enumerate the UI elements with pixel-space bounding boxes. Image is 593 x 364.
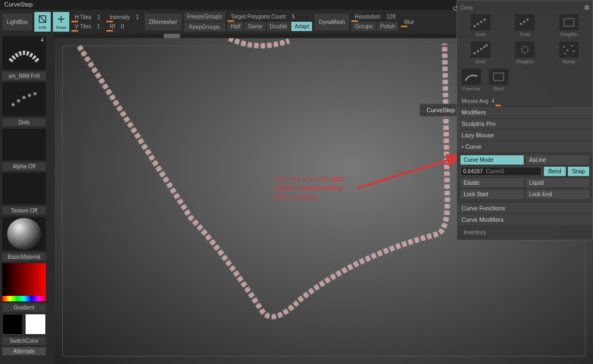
history-scrollbar[interactable] [55,34,464,38]
modifiers-section[interactable]: Modifiers [457,106,592,118]
stroke-label: Dots [2,118,46,126]
curve-functions-section[interactable]: Curve Functions [457,202,592,214]
alpha-tile[interactable] [2,129,46,160]
svg-point-17 [480,48,482,50]
svg-point-24 [573,51,574,52]
groups-button[interactable]: Groups [351,22,376,31]
texture-tile[interactable] [2,173,46,204]
color-swatch-black[interactable] [2,314,23,335]
svg-point-10 [483,19,486,21]
elastic-button[interactable]: Elastic [460,178,524,187]
svg-point-1 [11,103,15,106]
svg-point-22 [571,45,572,47]
alpha-label: Alpha Off [2,162,46,171]
brush-label: sm_IMM Frill [2,72,46,80]
inventory-label[interactable]: Inventory [457,225,592,240]
stroke-spray-button[interactable]: Spray [558,40,580,65]
draw-icon [56,14,66,25]
svg-point-8 [477,23,479,25]
intensity-slider[interactable]: Intensity 1 [106,13,142,21]
stroke-tile[interactable] [2,82,46,116]
material-ball-icon [7,218,41,250]
stroke-freehand-button[interactable]: FreeHar [460,68,482,93]
svg-point-25 [564,53,566,54]
svg-point-21 [563,46,565,48]
stroke-dragrect-button[interactable]: Dots [514,13,536,38]
edit-mode-button[interactable]: Edit [34,12,51,32]
stroke-dragdot-button[interactable]: DragDo [514,40,536,65]
svg-rect-14 [564,19,574,26]
vtiles-slider[interactable]: V Tiles 1 [71,22,104,31]
window-title: CurveStep [4,1,33,8]
lazymouse-section[interactable]: Lazy Mouse [457,129,592,141]
polish-button[interactable]: Polish [377,22,398,31]
curve-modifiers-section[interactable]: Curve Modifiers [457,214,592,225]
snap-button[interactable]: Snap [568,167,589,176]
svg-point-18 [483,46,486,48]
stroke-dots2-button[interactable]: Dots [470,40,492,65]
curvestep-input[interactable]: 0.84287 CurveS [460,167,542,176]
dynamesh-button[interactable]: DynaMesh [314,14,349,31]
svg-point-7 [474,25,476,27]
bend-button[interactable]: Bend [544,167,565,176]
keepgroups-button[interactable]: KeepGroups [184,22,225,32]
svg-point-16 [477,50,479,52]
zremesher-button[interactable]: ZRemesher [145,14,182,31]
curve-section[interactable]: Curve [457,141,592,152]
svg-rect-26 [494,73,504,81]
frill-brush-icon [8,42,40,64]
panel-close-icon[interactable]: ⊠ [584,4,589,11]
texture-label: Texture Off [2,207,46,215]
liquid-button[interactable]: Liquid [526,178,589,187]
stroke-panel[interactable]: Dots ⊠ Dots Dots DragRe Dots [457,0,593,240]
freezegroups-button[interactable]: FreezeGroups [184,12,225,21]
svg-point-4 [28,94,31,97]
svg-point-3 [22,96,26,99]
material-tile[interactable] [2,217,46,251]
curve-subpanel: Curve Mode AsLine 0.84287 CurveS Bend Sn… [457,152,592,202]
color-picker[interactable] [2,263,46,301]
rf-slider[interactable]: Rf 0 [106,22,142,31]
edit-icon [38,14,47,25]
svg-point-20 [522,46,528,53]
dots-stroke-icon [10,91,38,107]
brush-tile[interactable]: 4 [2,36,46,70]
draw-mode-button[interactable]: Draw [53,12,69,32]
htiles-slider[interactable]: H Tiles 1 [71,13,104,21]
lockstart-button[interactable]: Lock Start [460,190,524,199]
left-sidebar: 4 sm_IMM Frill Dots Alpha Off Texture Of… [0,34,52,364]
gradient-label: Gradient [2,304,46,312]
viewport-tooltip: CurveStep [420,104,462,117]
annotation-text: Number of points gets recalculated acord… [275,174,345,202]
resolution-slider[interactable]: Resolution 128 [351,13,399,21]
lightbox-button[interactable]: LightBox [2,14,32,31]
mouse-avg-slider[interactable]: Mouse Avg 4 [457,96,592,106]
scrollbar-thumb[interactable] [164,34,180,38]
same-button[interactable]: Same [244,22,265,31]
panel-title: Dots [460,4,473,11]
stroke-dots-button[interactable]: Dots [470,13,492,38]
alternate-button[interactable]: Alternate [2,347,46,355]
target-polygons-slider[interactable]: Target Polygons Count 5 [227,13,313,21]
lockend-button[interactable]: Lock End [526,190,589,199]
svg-point-9 [480,21,482,23]
svg-point-13 [526,19,529,21]
svg-point-12 [523,21,525,23]
draw-label: Draw [56,25,67,30]
stroke-dragre-button[interactable]: DragRe [558,13,580,38]
blur-slider[interactable]: Blur [401,18,434,26]
svg-point-2 [17,99,20,102]
adapt-button[interactable]: Adapt [291,22,312,31]
half-button[interactable]: Half [227,22,244,31]
svg-point-11 [520,23,522,25]
svg-point-5 [33,92,37,95]
switchcolor-button[interactable]: SwitchColor [2,337,46,345]
asline-button[interactable]: AsLine [526,155,589,165]
double-button[interactable]: Double [267,22,291,31]
curve-mode-button[interactable]: Curve Mode [460,155,524,165]
stroke-rect-button[interactable]: Rect [488,68,510,93]
color-swatch-white[interactable] [25,314,46,335]
svg-point-15 [474,52,476,54]
material-label: BasicMaterial [2,253,46,261]
sculptris-section[interactable]: Sculptris Pro [457,118,592,129]
